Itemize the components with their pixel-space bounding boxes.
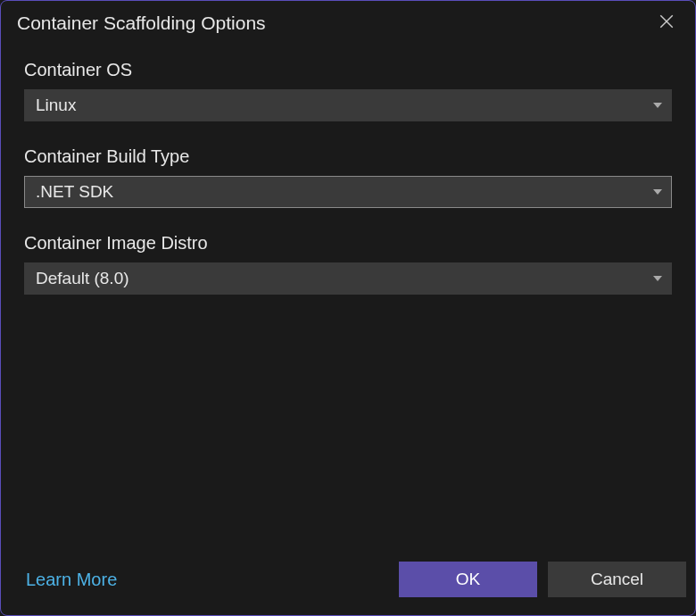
container-os-select[interactable]: Linux [24,89,672,121]
container-image-distro-select[interactable]: Default (8.0) [24,262,672,295]
container-os-field: Container OS Linux [24,60,672,121]
container-build-type-select[interactable]: .NET SDK [24,176,672,208]
container-build-type-value: .NET SDK [36,182,113,202]
container-os-value: Linux [36,96,76,115]
close-button[interactable] [652,9,681,37]
dialog-title: Container Scaffolding Options [17,12,266,34]
container-image-distro-label: Container Image Distro [24,233,672,254]
chevron-down-icon [653,276,662,281]
container-build-type-field: Container Build Type .NET SDK [24,146,672,208]
titlebar: Container Scaffolding Options [1,1,695,46]
dialog-content: Container OS Linux Container Build Type … [1,46,695,553]
close-icon [659,13,675,33]
ok-button[interactable]: OK [399,562,537,597]
cancel-button[interactable]: Cancel [548,562,686,597]
chevron-down-icon [653,189,662,195]
container-build-type-label: Container Build Type [24,146,672,167]
container-os-label: Container OS [24,60,672,80]
learn-more-link[interactable]: Learn More [26,570,117,590]
container-image-distro-field: Container Image Distro Default (8.0) [24,233,672,295]
dialog-footer: Learn More OK Cancel [1,553,695,615]
chevron-down-icon [653,103,662,108]
button-row: OK Cancel [399,562,686,597]
container-image-distro-value: Default (8.0) [36,269,129,288]
container-scaffolding-dialog: Container Scaffolding Options Container … [0,0,696,616]
